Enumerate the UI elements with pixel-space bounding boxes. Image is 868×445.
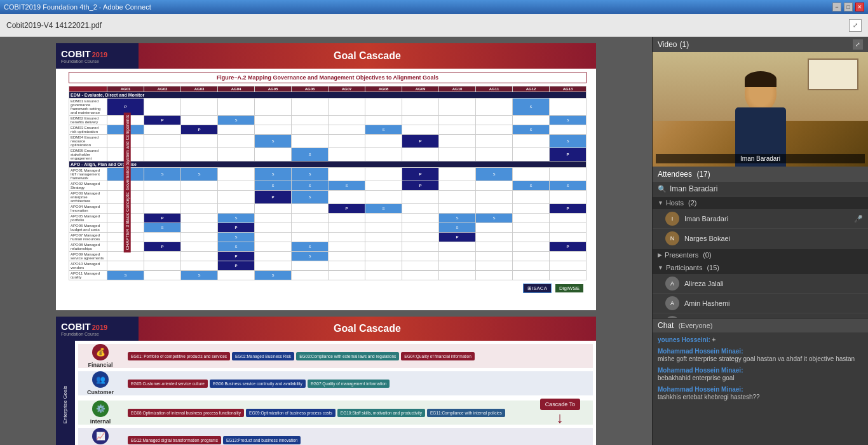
eg02-box: EG02:Managed Business Risk <box>232 352 294 360</box>
host-avatar-narges: N <box>665 231 679 245</box>
isaca-logo: ⊞ISACA <box>523 284 552 293</box>
enterprise-goals-label: Enterprise Goals <box>63 385 69 423</box>
edm04-row: EDM04 Ensured resource optimization SPS <box>69 135 587 148</box>
window-title: COBIT2019 Foundation 4th_2 - Adobe Conne… <box>4 3 151 11</box>
logos-area: ⊞ISACA DigiWSE <box>69 284 587 293</box>
video-expand-button[interactable]: ⤢ <box>853 39 863 50</box>
eg06-box: EG06:Business service continuity and ava… <box>210 380 306 388</box>
participants-expand-arrow: ▼ <box>658 264 663 271</box>
eg08-box: EG08:Optimization of internal business p… <box>128 409 244 417</box>
th-ag12: AG12 <box>513 86 550 92</box>
video-title: Video <box>658 40 677 49</box>
participant-item-amin: A Amin Hashemi <box>653 294 868 313</box>
participant-name-alireza: Alireza Jalali <box>684 280 863 287</box>
presenters-group-header[interactable]: ▶ Presenters (0) <box>653 249 868 261</box>
apo03-row: APO03 Managed enterprise architecture PS <box>69 191 587 204</box>
financial-label: Financial <box>88 362 112 368</box>
internal-icon: ⚙️ <box>92 400 109 417</box>
th-ag11: AG11 <box>476 86 513 92</box>
apo06-row: APO06 Managed budget and costs SPS <box>69 223 587 233</box>
internal-category-row: ⚙️ Internal EG08:Optimization of interna… <box>78 400 593 425</box>
pdf-content[interactable]: COBIT 2019 Foundation Course Goal Cascad… <box>0 37 652 445</box>
customer-icon: 👥 <box>92 371 109 388</box>
apo01-row: APO01 Managed I&T management framework S… <box>69 168 587 181</box>
goal-cascade-title-2: Goal Cascade <box>334 323 401 334</box>
participant-item-hamed: H Hamed Mirashk <box>653 313 868 318</box>
chat-author-1: younes Hosseini: + <box>658 336 863 344</box>
financial-icon: 💰 <box>92 344 109 360</box>
table-title: Figure–A.2 Mapping Governance and Manage… <box>69 72 587 83</box>
financial-category-row: 💰 Financial EG01: Portfolio of competiti… <box>78 344 593 368</box>
gc-title-2: Goal Cascade <box>139 317 596 341</box>
cascade-to-indicator: Cascade To ↓ <box>540 399 580 425</box>
apo08-row: APO08 Managed relationships PSSP <box>69 242 587 252</box>
participant-avatar-amin: A <box>665 296 679 310</box>
cobit-year-2: 2019 <box>92 324 107 331</box>
chapter-label: CHAPTER 3 Basic Concepts: Governance Sys… <box>124 113 131 252</box>
window-controls: − □ ✕ <box>832 3 864 11</box>
video-hair <box>745 71 776 87</box>
apo05-row: APO05 Managed portfolio PSSS <box>69 214 587 223</box>
mic-icon-iman: 🎤 <box>854 215 863 223</box>
maximize-button[interactable]: □ <box>844 3 853 11</box>
host-name-iman: Iman Baradari <box>684 215 849 222</box>
app-bar: Cobit2019-V4 14122021.pdf ⤢ <box>0 14 868 37</box>
chat-author-4: Mohammad Hossein Minaei: <box>658 386 863 393</box>
th-ag10: AG10 <box>439 86 476 92</box>
video-person-name: Iman Baradari <box>740 155 780 162</box>
chat-messages[interactable]: younes Hosseini: + Mohammad Hossein Mina… <box>653 332 868 445</box>
foundation-label-2: Foundation Course <box>61 332 107 336</box>
eg10-box: EG10:Staff skills, motivation and produc… <box>337 409 425 417</box>
chat-header: Chat (Everyone) <box>653 318 868 332</box>
growth-icon-label: 📈 Growth <box>78 428 123 445</box>
presenters-label: Presenters <box>665 251 698 259</box>
th-objective <box>69 86 107 92</box>
chat-text-2: mishe goft enterprise strategy goal hast… <box>658 355 863 363</box>
participants-label: Participants <box>666 264 702 271</box>
apo07-row: APO07 Managed human resources SP <box>69 233 587 242</box>
eg01-box: EG01: Portfolio of competitive products … <box>128 352 230 360</box>
digiwse-logo: DigiWSE <box>555 284 583 292</box>
chat-audience: (Everyone) <box>679 322 713 329</box>
title-bar: COBIT2019 Foundation 4th_2 - Adobe Conne… <box>0 0 868 14</box>
hosts-count: (2) <box>688 199 696 207</box>
minimize-button[interactable]: − <box>832 3 841 11</box>
edm05-label: EDM05 Ensured stakeholder engagement <box>69 148 107 161</box>
internal-icon-label: ⚙️ Internal <box>78 400 123 425</box>
edm03-row: EDM03 Ensured risk optimization SPSS <box>69 125 587 135</box>
cobit-brand-2: COBIT 2019 Foundation Course <box>56 317 139 341</box>
attendees-count: (17) <box>696 170 710 179</box>
financial-goals: EG01: Portfolio of competitive products … <box>128 352 593 360</box>
chat-message-4: Mohammad Hossein Minaei: tashkhis erteba… <box>658 386 863 401</box>
pdf-page-2: COBIT 2019 Foundation Course Goal Cascad… <box>56 317 596 445</box>
chat-title: Chat <box>658 321 674 330</box>
foundation-label-1: Foundation Course <box>61 59 107 64</box>
apo07-label: APO07 Managed human resources <box>69 233 107 242</box>
eg11-box: EG11:Compliance with internal policies <box>427 409 505 417</box>
participants-group-header[interactable]: ▼ Participants (15) <box>653 261 868 274</box>
attendee-search-bar: 🔍 Iman Baradari <box>653 182 868 196</box>
th-ag01: AG01 <box>107 86 144 92</box>
apo-header-row: APO - Align, Plan and Organise <box>69 161 587 168</box>
edm01-row: EDM01 Ensured governance framework setti… <box>69 99 587 116</box>
right-panel: Video (1) ⤢ <box>652 37 868 445</box>
goal-cascade-title-1: Goal Cascade <box>334 50 401 62</box>
filename-label: Cobit2019-V4 14122021.pdf <box>6 21 102 30</box>
cascade-arrow: ↓ <box>556 410 564 425</box>
hosts-group-header[interactable]: ▼ Hosts (2) <box>653 196 868 209</box>
cobit-brand-1: COBIT 2019 Foundation Course <box>56 43 139 69</box>
apo04-row: APO04 Managed Innovation PSP <box>69 204 587 214</box>
expand-button[interactable]: ⤢ <box>849 19 862 32</box>
apo08-label: APO08 Managed relationships <box>69 242 107 252</box>
participants-count: (15) <box>707 264 719 271</box>
edm03-label: EDM03 Ensured risk optimization <box>69 125 107 135</box>
growth-category-row: 📈 Growth EG12:Managed digital transforma… <box>78 428 593 445</box>
hosts-expand-arrow: ▼ <box>658 200 663 206</box>
participant-avatar-alireza: A <box>665 277 679 291</box>
customer-icon-label: 👥 Customer <box>78 371 123 395</box>
customer-goals: EG05:Customer-oriented service culture E… <box>128 380 593 388</box>
th-ag06: AG06 <box>292 86 329 92</box>
host-item-narges: N Narges Bokaei <box>653 229 868 249</box>
close-button[interactable]: ✕ <box>855 3 864 11</box>
page2-top-bar: COBIT 2019 Foundation Course Goal Cascad… <box>56 317 596 341</box>
